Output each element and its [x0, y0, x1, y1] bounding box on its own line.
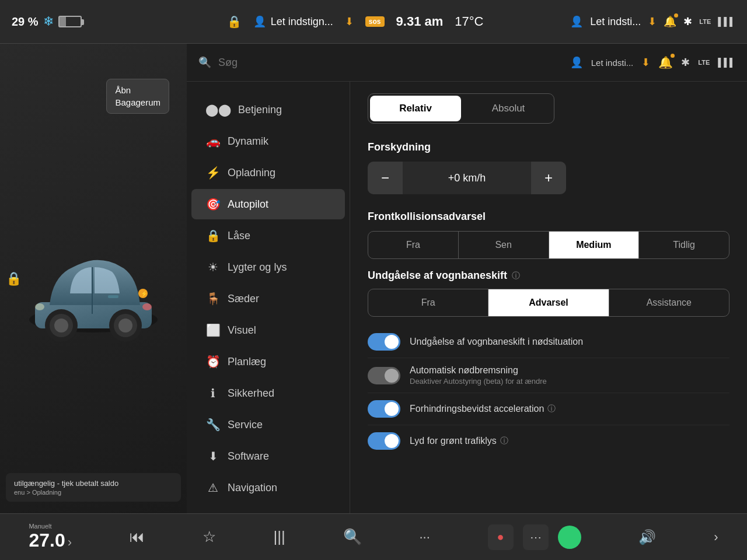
sidebar-item-betjening[interactable]: ⬤⬤ Betjening: [191, 94, 345, 125]
undgaelse-info-icon[interactable]: ⓘ: [512, 271, 520, 281]
toggle-accel-label-row: Forhindringsbevidst acceleration ⓘ: [410, 404, 556, 414]
frontkollision-medium[interactable]: Medium: [549, 232, 640, 258]
toggle-emergency-label: Undgåelse af vognbaneskift i nødsituatio…: [410, 337, 583, 347]
speed-section: Manuelt 27.0 ›: [29, 523, 72, 551]
toggle-green-light[interactable]: [368, 432, 400, 450]
navigation-label: Navigation: [228, 482, 277, 494]
tab-absolut[interactable]: Absolut: [463, 94, 554, 123]
greenlight-info-icon[interactable]: ⓘ: [500, 436, 508, 446]
profile-icon-header: 👤: [570, 56, 583, 69]
undgaelse-assistance[interactable]: Assistance: [609, 289, 729, 316]
toggle-autobrake-label: Automatisk nødbremsning Deaktiver Autost…: [410, 365, 547, 386]
app-button-1[interactable]: ●: [488, 524, 514, 550]
toggle-row-greenlight: Lyd for grønt trafiklys ⓘ: [368, 425, 729, 457]
lte-badge: LTE: [699, 18, 711, 25]
sidebar-item-sikkerhed[interactable]: ℹ Sikkerhed: [191, 378, 345, 408]
sidebar-item-laase[interactable]: 🔒 Låse: [191, 220, 345, 251]
visuel-icon: ⬜: [205, 323, 221, 337]
profile-icon: 👤: [253, 15, 266, 28]
bottom-bar: Manuelt 27.0 › ⏮ ☆ ||| 🔍 ··· ● ⋯ 🔊 ›: [0, 513, 747, 560]
left-panel: 🔒 Åbn Bagagerum: [0, 44, 187, 513]
undgaelse-label: Undgåelse af vognbaneskift: [368, 270, 507, 282]
sidebar-item-service[interactable]: 🔧 Service: [191, 410, 345, 440]
snowflake-icon: ❄: [43, 14, 54, 29]
status-left: 29 % ❄: [12, 14, 140, 29]
svg-point-7: [118, 318, 132, 332]
toggle-emergency-lane[interactable]: [368, 333, 400, 351]
toggle-auto-brake[interactable]: [368, 367, 400, 384]
profile-name-right: Let indsti...: [590, 16, 641, 28]
prev-track-button[interactable]: ⏮: [130, 528, 145, 546]
undgaelse-advarsel[interactable]: Advarsel: [488, 289, 609, 316]
favorite-button[interactable]: ☆: [203, 528, 216, 546]
tooltip-title: utilgængelig - tjek ubetalt saldo: [14, 479, 173, 488]
laase-icon: 🔒: [205, 229, 221, 243]
dynamik-label: Dynamik: [228, 135, 268, 148]
profile-name-header: Let indsti...: [591, 58, 634, 68]
saeder-label: Sæder: [228, 293, 259, 305]
profile-section[interactable]: 👤 Let indstign...: [253, 15, 333, 28]
search-bottom-button[interactable]: 🔍: [343, 528, 362, 546]
navigation-icon: ⚠: [205, 481, 221, 495]
media-play-button[interactable]: [558, 526, 581, 549]
tab-relativ[interactable]: Relativ: [370, 96, 461, 121]
search-input[interactable]: [218, 57, 563, 69]
svg-text:⚡: ⚡: [141, 290, 148, 298]
tooltip-sub: enu > Opladning: [14, 489, 173, 496]
battery-icon: [58, 16, 82, 27]
volume-icon[interactable]: 🔊: [638, 529, 656, 545]
settings-content: Relativ Absolut Forskydning − +0 km/h + …: [350, 82, 747, 513]
svg-point-11: [35, 303, 44, 310]
sidebar-item-lygter[interactable]: ☀ Lygter og lys: [191, 252, 345, 282]
toggle-row-accel: Forhindringsbevidst acceleration ⓘ: [368, 393, 729, 425]
sidebar-item-visuel[interactable]: ⬜ Visuel: [191, 315, 345, 345]
sos-badge: sos: [365, 16, 385, 27]
frontkollision-label: Frontkollisionsadvarsel: [368, 211, 729, 223]
autopilot-icon: 🎯: [205, 197, 221, 211]
sidebar-item-planlaeg[interactable]: ⏰ Planlæg: [191, 346, 345, 377]
profile-icon-right: 👤: [570, 15, 583, 28]
lygter-icon: ☀: [205, 260, 221, 274]
speed-arrow-icon: ›: [68, 535, 72, 550]
frontkollision-fra[interactable]: Fra: [368, 232, 459, 258]
notification-icon[interactable]: 🔔: [664, 15, 676, 28]
signal-bars-icon: ▌▌▌: [718, 17, 735, 26]
speed-display: 27.0 ›: [29, 530, 72, 551]
sidebar-item-opladning[interactable]: ⚡ Opladning: [191, 158, 345, 188]
speed-mode-label: Manuelt: [29, 523, 51, 530]
toggles-section: Undgåelse af vognbaneskift i nødsituatio…: [368, 326, 729, 457]
sidebar-item-saeder[interactable]: 🪑 Sæder: [191, 284, 345, 314]
sidebar-item-software[interactable]: ⬇ Software: [191, 441, 345, 471]
accel-info-icon[interactable]: ⓘ: [547, 404, 556, 414]
frontkollision-sen[interactable]: Sen: [459, 232, 549, 258]
sikkerhed-label: Sikkerhed: [228, 387, 274, 400]
sidebar-item-dynamik[interactable]: 🚗 Dynamik: [191, 126, 345, 156]
signal-icon-header: ▌▌▌: [718, 58, 735, 67]
temperature-display: 17°C: [455, 14, 483, 29]
saeder-icon: 🪑: [205, 292, 221, 306]
chevron-right-icon[interactable]: ›: [714, 530, 718, 545]
header-icons: 👤 Let indsti... ⬇ 🔔 ✱ LTE ▌▌▌: [570, 55, 735, 69]
speed-decrease-button[interactable]: −: [368, 162, 403, 194]
toggle-knob-green: [385, 434, 399, 448]
toggle-accel-aware[interactable]: [368, 400, 400, 418]
equalizer-button[interactable]: |||: [274, 528, 285, 546]
undgaelse-segment: Fra Advarsel Assistance: [368, 289, 729, 317]
settings-sidebar: ⬤⬤ Betjening 🚗 Dynamik ⚡ Opladning 🎯 Aut…: [187, 82, 350, 513]
status-bar: 29 % ❄ 🔒 👤 Let indstign... ⬇ sos 9.31 am…: [0, 0, 747, 44]
svg-point-5: [54, 318, 68, 332]
app-buttons: ● ⋯: [488, 524, 581, 550]
tooltip-card: utilgængelig - tjek ubetalt saldo enu > …: [6, 473, 181, 502]
speed-control: − +0 km/h +: [368, 162, 566, 194]
lygter-label: Lygter og lys: [228, 261, 287, 274]
bell-icon-header[interactable]: 🔔: [658, 55, 673, 69]
sidebar-item-navigation[interactable]: ⚠ Navigation: [191, 473, 345, 503]
app-button-2[interactable]: ⋯: [523, 524, 549, 550]
frontkollision-tidlig[interactable]: Tidlig: [639, 232, 729, 258]
betjening-icon: ⬤⬤: [205, 103, 231, 117]
sidebar-item-autopilot[interactable]: 🎯 Autopilot: [191, 189, 345, 219]
speed-increase-button[interactable]: +: [531, 162, 566, 194]
undgaelse-fra[interactable]: Fra: [368, 289, 488, 316]
app-icon-1: ●: [497, 530, 504, 544]
more-icon[interactable]: ···: [419, 530, 430, 545]
